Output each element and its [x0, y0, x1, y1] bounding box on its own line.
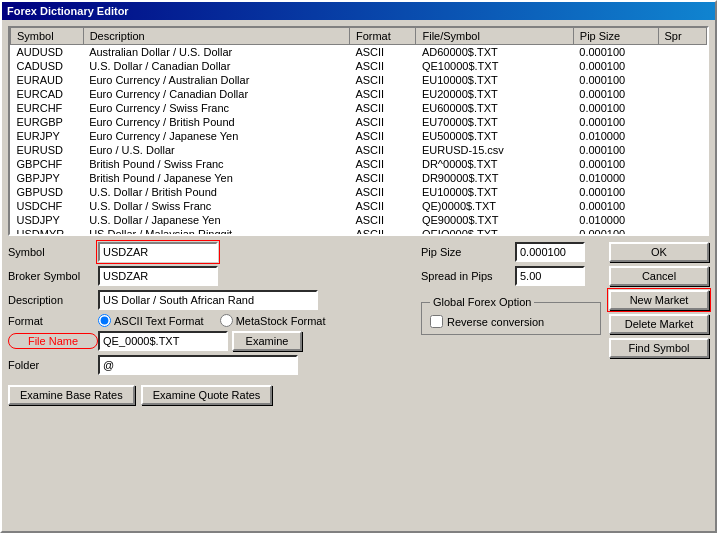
table-cell-spread	[658, 143, 706, 157]
delete-market-button[interactable]: Delete Market	[609, 314, 709, 334]
table-cell-description: Euro Currency / British Pound	[83, 115, 349, 129]
table-cell-spread	[658, 101, 706, 115]
table-cell-format: ASCII	[349, 73, 416, 87]
pip-size-label: Pip Size	[421, 246, 511, 258]
new-market-button[interactable]: New Market	[609, 290, 709, 310]
table-cell-spread	[658, 129, 706, 143]
table-cell-symbol: CADUSD	[11, 59, 84, 73]
table-row[interactable]: USDJPYU.S. Dollar / Japanese YenASCIIQE9…	[11, 213, 707, 227]
broker-symbol-label: Broker Symbol	[8, 270, 98, 282]
table-cell-symbol: GBPJPY	[11, 171, 84, 185]
description-row: Description	[8, 290, 413, 310]
table-cell-symbol: USDMYR	[11, 227, 84, 236]
metastock-radio-label[interactable]: MetaStock Format	[220, 314, 326, 327]
table-cell-file_symbol: AD60000$.TXT	[416, 45, 573, 60]
table-cell-symbol: USDCHF	[11, 199, 84, 213]
metastock-radio-text: MetaStock Format	[236, 315, 326, 327]
form-middle: Pip Size Spread in Pips Global Forex Opt…	[421, 242, 601, 379]
symbol-label: Symbol	[8, 246, 98, 258]
table-header-row: Symbol Description Format File/Symbol Pi…	[11, 28, 707, 45]
table-cell-symbol: EURCAD	[11, 87, 84, 101]
table-row[interactable]: GBPUSDU.S. Dollar / British PoundASCIIEU…	[11, 185, 707, 199]
pip-size-input[interactable]	[515, 242, 585, 262]
folder-input[interactable]	[98, 355, 298, 375]
table-cell-file_symbol: EU60000$.TXT	[416, 101, 573, 115]
examine-quote-rates-button[interactable]: Examine Quote Rates	[141, 385, 273, 405]
table-cell-description: US Dollar / Malaysian Ringgit	[83, 227, 349, 236]
cancel-button[interactable]: Cancel	[609, 266, 709, 286]
reverse-conversion-checkbox[interactable]	[430, 315, 443, 328]
table-row[interactable]: GBPCHFBritish Pound / Swiss FrancASCIIDR…	[11, 157, 707, 171]
table-cell-symbol: AUDUSD	[11, 45, 84, 60]
global-forex-group: Global Forex Option Reverse conversion	[421, 302, 601, 335]
table-row[interactable]: EURAUDEuro Currency / Australian DollarA…	[11, 73, 707, 87]
table-cell-spread	[658, 45, 706, 60]
table-cell-symbol: GBPUSD	[11, 185, 84, 199]
table-cell-description: Euro Currency / Japanese Yen	[83, 129, 349, 143]
table-cell-spread	[658, 185, 706, 199]
table-row[interactable]: EURCHFEuro Currency / Swiss FrancASCIIEU…	[11, 101, 707, 115]
table-cell-file_symbol: QE10000$.TXT	[416, 59, 573, 73]
ascii-radio[interactable]	[98, 314, 111, 327]
table-cell-file_symbol: QE90000$.TXT	[416, 213, 573, 227]
table-cell-pip_size: 0.000100	[573, 227, 658, 236]
table-row[interactable]: USDMYRUS Dollar / Malaysian RinggitASCII…	[11, 227, 707, 236]
table-cell-description: British Pound / Japanese Yen	[83, 171, 349, 185]
forex-table: Symbol Description Format File/Symbol Pi…	[10, 28, 707, 236]
spread-label: Spread in Pips	[421, 270, 511, 282]
table-cell-description: U.S. Dollar / British Pound	[83, 185, 349, 199]
table-cell-description: Australian Dollar / U.S. Dollar	[83, 45, 349, 60]
global-forex-title: Global Forex Option	[430, 296, 534, 308]
table-cell-file_symbol: EURUSD-15.csv	[416, 143, 573, 157]
pip-size-row: Pip Size	[421, 242, 601, 262]
table-cell-symbol: GBPCHF	[11, 157, 84, 171]
table-row[interactable]: EURUSDEuro / U.S. DollarASCIIEURUSD-15.c…	[11, 143, 707, 157]
table-row[interactable]: USDCHFU.S. Dollar / Swiss FrancASCIIQE)0…	[11, 199, 707, 213]
table-cell-description: Euro Currency / Australian Dollar	[83, 73, 349, 87]
col-description: Description	[83, 28, 349, 45]
col-spread: Spr	[658, 28, 706, 45]
table-row[interactable]: EURGBPEuro Currency / British PoundASCII…	[11, 115, 707, 129]
table-cell-format: ASCII	[349, 45, 416, 60]
broker-symbol-input[interactable]	[98, 266, 218, 286]
table-cell-file_symbol: QEIO000$.TXT	[416, 227, 573, 236]
examine-button[interactable]: Examine	[232, 331, 302, 351]
form-right: OK Cancel New Market Delete Market Find …	[609, 242, 709, 379]
table-cell-file_symbol: EU10000$.TXT	[416, 73, 573, 87]
table-row[interactable]: EURCADEuro Currency / Canadian DollarASC…	[11, 87, 707, 101]
table-row[interactable]: AUDUSDAustralian Dollar / U.S. DollarASC…	[11, 45, 707, 60]
table-cell-symbol: EURGBP	[11, 115, 84, 129]
metastock-radio[interactable]	[220, 314, 233, 327]
spread-input[interactable]	[515, 266, 585, 286]
table-cell-symbol: USDJPY	[11, 213, 84, 227]
file-name-field-row: Examine	[98, 331, 302, 351]
reverse-conversion-label[interactable]: Reverse conversion	[430, 315, 592, 328]
table-row[interactable]: EURJPYEuro Currency / Japanese YenASCIIE…	[11, 129, 707, 143]
form-left: Symbol Broker Symbol Description Format	[8, 242, 413, 379]
table-cell-description: U.S. Dollar / Canadian Dollar	[83, 59, 349, 73]
table-cell-spread	[658, 59, 706, 73]
table-cell-format: ASCII	[349, 101, 416, 115]
ascii-radio-label[interactable]: ASCII Text Format	[98, 314, 204, 327]
symbol-input[interactable]	[98, 242, 218, 262]
description-label: Description	[8, 294, 98, 306]
table-cell-format: ASCII	[349, 227, 416, 236]
format-row: Format ASCII Text Format MetaStock Forma…	[8, 314, 413, 327]
table-cell-pip_size: 0.000100	[573, 45, 658, 60]
form-area: Symbol Broker Symbol Description Format	[8, 242, 709, 379]
table-cell-file_symbol: DR^0000$.TXT	[416, 157, 573, 171]
ok-button[interactable]: OK	[609, 242, 709, 262]
table-cell-pip_size: 0.000100	[573, 73, 658, 87]
table-cell-spread	[658, 199, 706, 213]
description-input[interactable]	[98, 290, 318, 310]
file-name-input[interactable]	[98, 331, 228, 351]
table-cell-pip_size: 0.000100	[573, 101, 658, 115]
table-cell-pip_size: 0.010000	[573, 171, 658, 185]
find-symbol-button[interactable]: Find Symbol	[609, 338, 709, 358]
table-row[interactable]: CADUSDU.S. Dollar / Canadian DollarASCII…	[11, 59, 707, 73]
table-cell-format: ASCII	[349, 171, 416, 185]
table-row[interactable]: GBPJPYBritish Pound / Japanese YenASCIID…	[11, 171, 707, 185]
examine-base-rates-button[interactable]: Examine Base Rates	[8, 385, 135, 405]
folder-row: Folder	[8, 355, 413, 375]
file-name-row: File Name Examine	[8, 331, 413, 351]
